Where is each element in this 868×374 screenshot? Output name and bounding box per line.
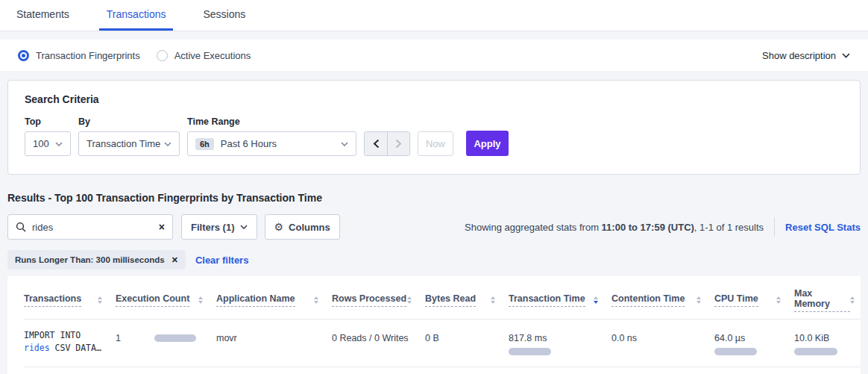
column-header-cpu-time[interactable]: CPU Time <box>714 288 794 312</box>
chevron-down-icon <box>842 53 850 58</box>
time-range-field: Time Range 6h Past 6 Hours <box>180 116 356 156</box>
transaction-time-cell: 817.8 ms <box>509 333 611 355</box>
tab-statements[interactable]: Statements <box>9 0 77 31</box>
search-icon <box>16 222 26 232</box>
max-memory-bar <box>794 348 837 355</box>
next-time-window-button[interactable] <box>387 132 409 155</box>
time-range-field-label: Time Range <box>187 116 356 127</box>
column-header-application-name[interactable]: Application Name <box>216 288 332 312</box>
cpu-time-value: 64.0 µs <box>714 333 787 343</box>
execution-count-cell: 1 <box>116 333 216 343</box>
top-tab-bar: Statements Transactions Sessions <box>0 0 868 31</box>
columns-button[interactable]: ⚙ Columns <box>265 214 340 240</box>
show-description-label: Show description <box>762 50 836 61</box>
column-header-rows-processed[interactable]: Rows Processed <box>332 288 425 312</box>
radio-active-executions[interactable]: Active Executions <box>157 50 251 61</box>
sort-icon[interactable] <box>696 296 701 304</box>
stats-text: Showing aggregated stats from 11:00 to 1… <box>465 222 764 233</box>
apply-button[interactable]: Apply <box>466 131 509 156</box>
sort-icon[interactable] <box>407 296 412 304</box>
by-select[interactable]: Transaction Time <box>78 131 180 156</box>
time-window-arrows <box>364 131 410 156</box>
rows-processed-cell: 0 Reads / 0 Writes <box>332 333 425 343</box>
cpu-time-bar <box>714 348 757 355</box>
table-row[interactable]: IMPORT INTO rides CSV DATA… 1 movr 0 Rea… <box>24 320 861 367</box>
transaction-time-value: 817.8 ms <box>509 333 604 343</box>
tab-sessions[interactable]: Sessions <box>195 0 253 31</box>
sort-icon[interactable] <box>776 296 781 304</box>
chevron-left-icon <box>373 139 380 149</box>
search-criteria-controls: Top 100 By Transaction Time Time Range 6… <box>25 116 843 156</box>
clear-filters-link[interactable]: Clear filters <box>195 255 249 266</box>
by-select-value: Transaction Time <box>87 138 160 149</box>
transaction-statement-line1: IMPORT INTO <box>24 329 116 342</box>
results-heading: Results - Top 100 Transaction Fingerprin… <box>7 192 861 204</box>
column-header-bytes-read[interactable]: Bytes Read <box>425 288 509 312</box>
radio-label: Active Executions <box>174 50 251 61</box>
by-field: By Transaction Time <box>71 116 180 156</box>
results-toolbar: × Filters (1) ⚙ Columns Showing aggregat… <box>7 214 861 240</box>
transaction-time-bar <box>509 348 551 355</box>
bytes-read-cell: 0 B <box>425 333 509 343</box>
chevron-down-icon <box>55 142 63 146</box>
radio-label: Transaction Fingerprints <box>36 50 140 61</box>
stats-time-range: 11:00 to 17:59 (UTC) <box>602 222 694 233</box>
top-select-value: 100 <box>33 138 49 149</box>
reset-sql-stats-link[interactable]: Reset SQL Stats <box>785 222 861 233</box>
results-search-box[interactable]: × <box>7 214 173 240</box>
top-field-label: Top <box>25 116 71 127</box>
filters-button[interactable]: Filters (1) <box>181 214 257 240</box>
contention-time-cell: 0.0 ns <box>611 333 714 343</box>
show-description-toggle[interactable]: Show description <box>762 50 850 61</box>
radio-selected-icon[interactable] <box>18 50 29 61</box>
cpu-time-cell: 64.0 µs <box>714 333 794 355</box>
column-header-execution-count[interactable]: Execution Count <box>116 288 216 312</box>
sort-icon[interactable] <box>491 296 495 304</box>
time-range-select[interactable]: 6h Past 6 Hours <box>187 131 356 156</box>
chevron-down-icon <box>164 142 172 146</box>
search-input[interactable] <box>32 222 159 233</box>
results-stats: Showing aggregated stats from 11:00 to 1… <box>465 217 861 237</box>
now-button[interactable]: Now <box>418 131 453 156</box>
filter-chip-label: Runs Longer Than: 300 milliseconds <box>15 255 165 264</box>
max-memory-cell: 10.0 KiB <box>794 333 861 355</box>
results-table-card: Transactions Execution Count Application… <box>7 276 861 374</box>
chevron-right-icon <box>395 139 402 149</box>
max-memory-value: 10.0 KiB <box>794 333 853 343</box>
radio-unselected-icon[interactable] <box>157 50 168 61</box>
top-field: Top 100 <box>25 116 71 156</box>
top-select[interactable]: 100 <box>25 131 71 156</box>
search-match-highlight: rides <box>24 343 50 353</box>
sort-icon[interactable] <box>850 296 855 304</box>
transaction-fingerprint-cell[interactable]: IMPORT INTO rides CSV DATA… <box>24 329 116 355</box>
table-header-row: Transactions Execution Count Application… <box>24 276 861 320</box>
chevron-down-icon <box>341 142 348 146</box>
columns-button-label: Columns <box>289 222 330 233</box>
tab-transactions[interactable]: Transactions <box>99 0 174 31</box>
remove-filter-icon[interactable]: ✕ <box>172 255 178 265</box>
application-name-cell: movr <box>216 333 332 343</box>
close-icon[interactable]: × <box>159 222 165 232</box>
gear-icon: ⚙ <box>274 221 284 233</box>
filters-button-label: Filters (1) <box>191 222 235 233</box>
execution-count-value: 1 <box>116 333 121 343</box>
filter-chip[interactable]: Runs Longer Than: 300 milliseconds ✕ <box>7 250 186 269</box>
sort-desc-icon[interactable] <box>594 296 598 304</box>
radio-transaction-fingerprints[interactable]: Transaction Fingerprints <box>18 50 140 61</box>
time-range-value: Past 6 Hours <box>221 138 277 149</box>
execution-count-bar <box>154 334 196 342</box>
column-header-transactions[interactable]: Transactions <box>24 288 116 312</box>
column-header-max-memory[interactable]: Max Memory <box>794 288 861 312</box>
sort-icon[interactable] <box>198 296 203 304</box>
by-field-label: By <box>78 116 180 127</box>
chevron-down-icon <box>240 225 248 229</box>
sort-icon[interactable] <box>314 296 318 304</box>
active-filters-row: Runs Longer Than: 300 milliseconds ✕ Cle… <box>7 250 861 269</box>
transaction-statement-line2: rides CSV DATA… <box>24 342 116 355</box>
sort-icon[interactable] <box>98 296 102 304</box>
column-header-transaction-time[interactable]: Transaction Time <box>509 288 611 312</box>
column-header-contention-time[interactable]: Contention Time <box>611 288 714 312</box>
previous-time-window-button[interactable] <box>365 132 387 155</box>
view-toggle-bar: Transaction Fingerprints Active Executio… <box>0 40 868 71</box>
time-range-badge: 6h <box>195 138 214 150</box>
